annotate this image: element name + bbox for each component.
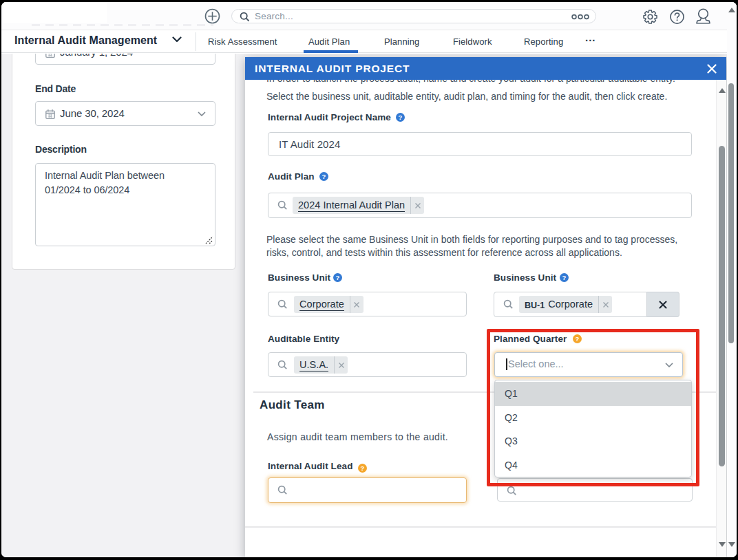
search-icon	[277, 360, 288, 370]
app-switcher[interactable]: Internal Audit Management	[14, 34, 157, 47]
description-line2: 01/2024 to 06/2024	[45, 183, 165, 197]
search-icon	[277, 200, 288, 211]
help-button[interactable]	[669, 9, 685, 25]
help-circle-icon	[669, 9, 685, 25]
chip-remove-icon[interactable]	[599, 301, 612, 308]
auditable-entity-label: Auditable Entity	[268, 334, 339, 344]
project-name-label: Internal Audit Project Name	[268, 112, 391, 122]
scrollbar-thumb[interactable]	[719, 146, 725, 466]
description-textarea[interactable]: Internal Audit Plan between 01/2024 to 0…	[35, 163, 215, 246]
clear-business-unit-button[interactable]	[647, 292, 679, 317]
chip-code: BU-1	[525, 301, 545, 310]
audit-plan-chip[interactable]: 2024 Internal Audit Plan	[293, 197, 424, 214]
chip-remove-icon[interactable]	[350, 301, 363, 308]
search-icon	[507, 486, 517, 496]
scroll-up-arrow[interactable]	[728, 8, 735, 12]
business-unit-right-label: Business Unit	[494, 272, 556, 283]
audit-plan-select[interactable]: 2024 Internal Audit Plan	[268, 193, 692, 218]
tab-risk-assessment[interactable]: Risk Assessment	[208, 36, 277, 47]
plus-circle-icon	[204, 8, 221, 25]
business-unit-right-select[interactable]: BU-1 Corporate	[494, 292, 647, 317]
end-date-label: End Date	[35, 83, 76, 94]
audit-team-description: Assign audit team members to the audit.	[267, 431, 448, 444]
user-icon	[695, 8, 712, 26]
dialog-scrollbar[interactable]	[716, 80, 726, 557]
start-date-input[interactable]: January 1, 2024	[35, 54, 215, 65]
help-icon-orange[interactable]	[358, 464, 367, 473]
note-line1: Please select the same Business Unit in …	[266, 233, 677, 247]
app-window: Search...	[1, 2, 737, 557]
project-name-value: IT Audit 2024	[279, 138, 340, 150]
gear-icon	[642, 9, 658, 25]
calendar-icon	[45, 54, 56, 58]
scroll-down-arrow[interactable]	[719, 542, 726, 547]
logo	[3, 2, 107, 23]
tabs-overflow-button[interactable]: ...	[585, 32, 596, 43]
internal-audit-lead-label: Internal Audit Lead	[268, 461, 352, 471]
help-icon[interactable]	[319, 172, 328, 181]
window-frame: Search...	[0, 0, 738, 560]
settings-button[interactable]	[642, 9, 658, 25]
resize-grip-icon	[205, 236, 213, 244]
auditable-entity-select[interactable]: U.S.A.	[268, 352, 467, 377]
chevron-down-icon[interactable]	[172, 36, 182, 43]
business-unit-right-chip[interactable]: BU-1 Corporate	[519, 296, 612, 313]
search-icon	[277, 299, 288, 310]
search-icon	[240, 12, 250, 22]
chevron-down-icon	[198, 111, 206, 117]
chip-remove-icon[interactable]	[335, 362, 348, 369]
help-icon[interactable]	[333, 273, 342, 282]
description-line1: Internal Audit Plan between	[45, 169, 165, 183]
chip-label: Corporate	[548, 299, 593, 310]
help-icon[interactable]	[396, 113, 405, 122]
footer-divider	[245, 526, 717, 528]
business-unit-left-select[interactable]: Corporate	[268, 292, 467, 316]
clear-x-icon	[659, 301, 667, 309]
tab-planning[interactable]: Planning	[384, 36, 419, 47]
create-button[interactable]	[204, 8, 221, 25]
description-label: Description	[35, 144, 87, 155]
dialog-header: INTERNAL AUDIT PROJECT	[245, 57, 726, 80]
tab-audit-plan[interactable]: Audit Plan	[308, 36, 350, 47]
ellipsis-icon[interactable]	[571, 14, 589, 20]
note-line2: risks, control, and tests within this as…	[266, 246, 622, 260]
search-icon	[503, 299, 514, 310]
project-name-input[interactable]: IT Audit 2024	[268, 132, 692, 156]
search-placeholder: Search...	[255, 11, 293, 21]
audit-plan-label: Audit Plan	[268, 171, 315, 182]
internal-audit-lead-input[interactable]	[268, 477, 467, 503]
business-unit-left-label: Business Unit	[268, 272, 330, 283]
tab-reporting[interactable]: Reporting	[524, 36, 563, 47]
start-date-value: January 1, 2024	[60, 54, 133, 58]
chip-remove-icon[interactable]	[411, 202, 424, 209]
help-icon[interactable]	[560, 273, 569, 282]
app-nav-bar: Internal Audit Management Risk Assessmen…	[1, 30, 737, 53]
dialog-close-button[interactable]	[706, 63, 718, 75]
page-scrollbar[interactable]	[727, 2, 737, 557]
tab-fieldwork[interactable]: Fieldwork	[453, 36, 492, 47]
top-header-bar: Search...	[1, 2, 737, 30]
scroll-down-arrow[interactable]	[728, 542, 735, 547]
close-icon	[706, 63, 718, 75]
global-search[interactable]: Search...	[231, 9, 596, 23]
scrollbar-thumb[interactable]	[728, 83, 734, 343]
intro-line2: Select the business unit, auditable enti…	[266, 90, 667, 104]
audit-team-heading: Audit Team	[260, 398, 325, 412]
nav-divider	[196, 32, 196, 51]
page-background: January 1, 2024 End Date June 30, 2024 D…	[1, 54, 737, 557]
logo-remnant	[32, 24, 213, 26]
chip-label: Corporate	[299, 299, 344, 311]
search-icon	[277, 485, 288, 495]
auditable-entity-chip[interactable]: U.S.A.	[294, 356, 348, 374]
internal-audit-project-dialog: In order to launch the process audit, na…	[245, 57, 726, 557]
chip-label: 2024 Internal Audit Plan	[298, 200, 405, 212]
calendar-icon	[45, 109, 56, 120]
user-menu-button[interactable]	[695, 8, 712, 26]
end-date-input[interactable]: June 30, 2024	[35, 101, 215, 126]
dialog-title: INTERNAL AUDIT PROJECT	[255, 63, 410, 75]
scroll-up-arrow[interactable]	[719, 88, 726, 93]
active-tab-underline	[304, 50, 358, 53]
business-unit-chip[interactable]: Corporate	[294, 296, 363, 313]
end-date-value: June 30, 2024	[60, 107, 125, 119]
annotation-highlight-box	[487, 329, 699, 486]
